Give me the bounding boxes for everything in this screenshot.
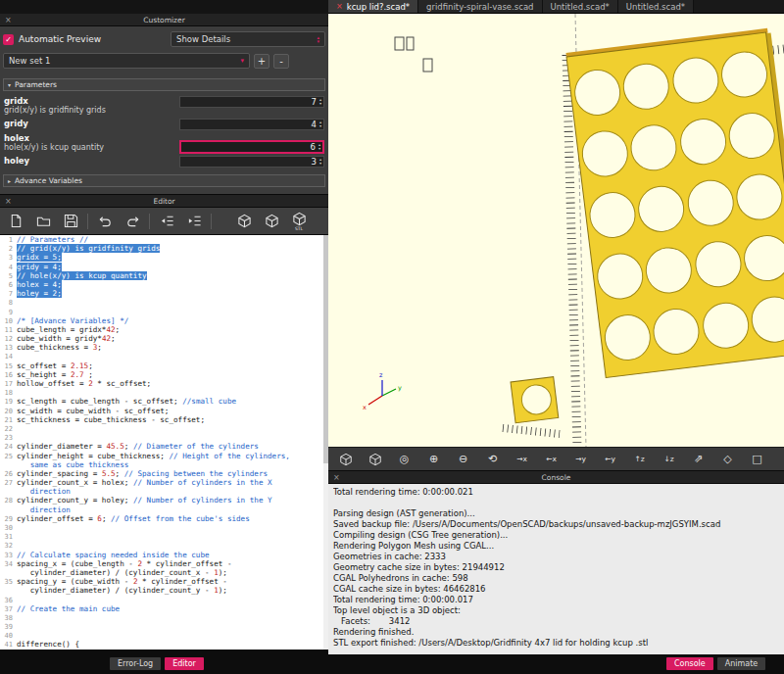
preview-icon[interactable] xyxy=(233,211,255,232)
console-log[interactable]: Total rendering time: 0:00:00.021Parsing… xyxy=(328,484,784,654)
export-stl-icon[interactable]: STL xyxy=(288,211,310,232)
automatic-preview-checkbox[interactable]: ✓ xyxy=(3,34,14,45)
open-file-icon[interactable] xyxy=(32,211,54,232)
console-line: Facets: 3412 xyxy=(333,616,779,627)
redo-icon[interactable] xyxy=(122,211,143,232)
orthogonal-icon[interactable]: □ xyxy=(744,449,770,469)
spinner-icon[interactable]: ▴▾ xyxy=(319,158,321,166)
parameter-value-field[interactable]: 4▴▾ xyxy=(179,119,324,130)
error-log-tab[interactable]: Error-Log xyxy=(110,657,161,670)
close-icon[interactable]: × xyxy=(333,471,340,484)
view-front-icon[interactable]: →y xyxy=(567,449,594,469)
console-line: Top level object is a 3D object: xyxy=(333,605,779,616)
toolbar-separator xyxy=(211,214,212,229)
zoom-all-icon[interactable]: ◎ xyxy=(391,449,417,469)
view-left-icon[interactable]: ←x xyxy=(538,449,564,469)
unindent-icon[interactable] xyxy=(156,211,177,232)
animate-tab[interactable]: Animate xyxy=(717,657,766,670)
chevron-right-icon: ▸ xyxy=(8,177,11,184)
tab-close-icon[interactable]: × xyxy=(336,2,343,11)
preview-icon[interactable] xyxy=(332,449,359,469)
zoom-in-icon[interactable]: ⊕ xyxy=(420,449,447,469)
parameter-description: grid(x/y) is gridfinity grids xyxy=(4,106,179,116)
preset-dropdown[interactable]: New set 1 ▾ xyxy=(3,53,250,69)
automatic-preview-label: Automatic Preview xyxy=(19,34,101,44)
chevron-down-icon: ▾ xyxy=(240,58,244,65)
render-icon[interactable] xyxy=(261,211,282,232)
console-line: Total rendering time: 0:00:00.017 xyxy=(333,595,779,605)
console-line: Compiling design (CSG Tree generation)..… xyxy=(333,530,779,541)
new-file-icon[interactable] xyxy=(5,211,26,232)
parameter-value-field[interactable]: 6▴▾ xyxy=(179,140,324,154)
code-line: 22 xyxy=(0,424,328,433)
code-text: sc_thickness = cube_thickness - sc_offse… xyxy=(17,415,205,424)
view-bottom-icon[interactable]: ↓z xyxy=(656,449,682,469)
model-fragment xyxy=(511,377,559,423)
undo-icon[interactable] xyxy=(94,211,116,232)
parameter-name: holey xyxy=(4,156,179,166)
bottom-right-tabs: ConsoleAnimate xyxy=(666,657,765,670)
console-lines: Total rendering time: 0:00:00.021Parsing… xyxy=(333,487,779,649)
code-text: spacing_x = (cube_length - 2 * cylinder_… xyxy=(17,559,231,568)
code-line: 39 xyxy=(0,622,328,631)
code-line: 25cylinder_height = cube_thickness; // H… xyxy=(0,452,328,460)
right-panel: ×kcup lid?.scad*gridfinity-spiral-vase.s… xyxy=(328,0,784,654)
file-tab-bar: ×kcup lid?.scad*gridfinity-spiral-vase.s… xyxy=(328,0,784,14)
viewport-3d[interactable]: x y z xyxy=(328,14,784,447)
file-tab[interactable]: ×kcup lid?.scad* xyxy=(328,0,418,13)
parameters-expander[interactable]: ▾ Parameters xyxy=(3,78,325,91)
viewport-canvas[interactable]: x y z xyxy=(328,14,784,447)
code-line: 3gridx = 5; xyxy=(0,253,328,262)
zoom-out-icon[interactable]: ⊖ xyxy=(450,449,476,469)
file-tab[interactable]: gridfinity-spiral-vase.scad xyxy=(418,0,542,13)
console-tab[interactable]: Console xyxy=(666,657,713,670)
parameter-row: gridy4▴▾ xyxy=(4,119,324,130)
code-line: 12cube_width = gridy*42; xyxy=(0,334,328,343)
close-icon[interactable]: × xyxy=(5,14,12,26)
code-line: 27cylinder_count_x = holex; // Number of… xyxy=(0,478,328,487)
code-text: cylinder_diameter) / (cylinder_count_y -… xyxy=(17,586,227,595)
view-diagonal-icon[interactable]: ⇗ xyxy=(685,449,711,469)
code-text: cube_thickness = 3; xyxy=(17,343,102,352)
perspective-icon[interactable]: ◇ xyxy=(714,449,741,469)
console-title: Console xyxy=(542,473,571,482)
advance-variables-expander[interactable]: ▸ Advance Variables xyxy=(3,174,325,187)
customizer-top-row: ✓ Automatic Preview Show Details ▴▾ xyxy=(3,26,325,47)
parameter-name: gridy xyxy=(4,119,179,128)
file-tab[interactable]: Untitled.scad* xyxy=(618,0,694,13)
parameter-value-field[interactable]: 7▴▾ xyxy=(179,96,324,108)
code-text: direction xyxy=(17,506,71,514)
console-line: Saved backup file: /Users/A/Documents/Op… xyxy=(333,519,779,530)
view-back-icon[interactable]: ←y xyxy=(597,449,623,469)
file-tab[interactable]: Untitled.scad* xyxy=(543,0,618,13)
editor-tab[interactable]: Editor xyxy=(165,657,204,670)
parameter-info: gridy xyxy=(4,119,179,128)
code-text: gridx = 5; xyxy=(17,253,62,262)
add-preset-button[interactable]: + xyxy=(254,54,270,69)
indent-icon[interactable] xyxy=(183,211,205,232)
tab-label: Untitled.scad* xyxy=(551,2,610,12)
render-icon[interactable] xyxy=(362,449,388,469)
detail-dropdown[interactable]: Show Details ▴▾ xyxy=(171,31,325,47)
spinner-icon[interactable]: ▴▾ xyxy=(318,143,320,151)
code-text: // Parameters // xyxy=(17,235,88,244)
view-top-icon[interactable]: ↑z xyxy=(626,449,653,469)
code-editor[interactable]: 1// Parameters //2// grid(x/y) is gridfi… xyxy=(0,235,328,650)
code-text: holex = 4; xyxy=(17,280,62,289)
code-text: // hole(x/y) is kcup quantity xyxy=(17,271,147,280)
parameter-value-field[interactable]: 3▴▾ xyxy=(179,156,324,168)
spinner-icon[interactable]: ▴▾ xyxy=(319,120,321,128)
code-line: 18 xyxy=(0,388,328,397)
code-line: cylinder_diameter) / (cylinder_count_y -… xyxy=(0,586,328,595)
close-icon[interactable]: × xyxy=(5,195,12,208)
save-file-icon[interactable] xyxy=(60,211,81,232)
remove-preset-button[interactable]: - xyxy=(273,54,289,69)
spinner-icon[interactable]: ▴▾ xyxy=(319,98,321,106)
axis-z-label: z xyxy=(379,371,383,379)
parameter-value: 3 xyxy=(311,157,316,167)
detail-dropdown-value: Show Details xyxy=(176,34,230,44)
reset-view-icon[interactable]: ⟲ xyxy=(479,449,506,469)
code-text: cube_width = gridy*42; xyxy=(17,334,116,343)
view-right-icon[interactable]: →x xyxy=(509,449,535,469)
console-line: Rendering Polygon Mesh using CGAL... xyxy=(333,541,779,552)
